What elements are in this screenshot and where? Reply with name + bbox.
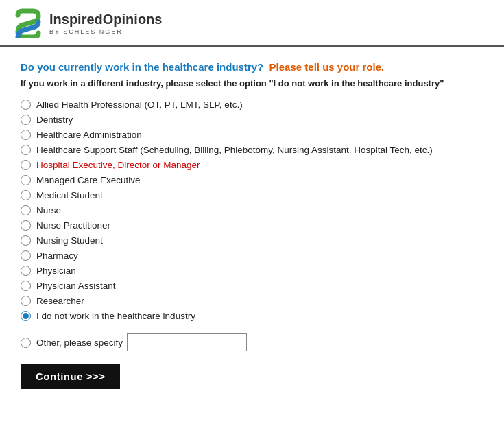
header: InspiredOpinions BY SCHLESINGER <box>0 0 504 47</box>
other-radio[interactable] <box>21 338 31 348</box>
option-label-opt8: Nurse <box>36 205 61 215</box>
option-label-opt6: Managed Care Executive <box>36 175 141 185</box>
list-item: Medical Student <box>21 190 483 200</box>
option-radio-opt1[interactable] <box>21 100 31 110</box>
option-label-opt5: Hospital Executive, Director or Manager <box>36 160 200 170</box>
option-label-opt9: Nurse Practitioner <box>36 220 110 231</box>
list-item: Nursing Student <box>21 235 483 246</box>
list-item: I do not work in the healthcare industry <box>21 311 483 321</box>
option-label-opt13: Physician Assistant <box>36 281 116 291</box>
logo-inspired: InspiredOpinions <box>49 12 162 27</box>
logo-container: InspiredOpinions BY SCHLESINGER <box>12 8 162 38</box>
list-item: Pharmacy <box>21 250 483 261</box>
option-label-opt3: Healthcare Administration <box>36 130 142 140</box>
other-label: Other, please specify <box>36 338 123 348</box>
list-item: Nurse Practitioner <box>21 220 483 231</box>
option-radio-opt12[interactable] <box>21 266 31 276</box>
option-radio-opt15[interactable] <box>21 311 31 321</box>
content-area: Do you currently work in the healthcare … <box>0 47 504 403</box>
list-item: Researcher <box>21 296 483 306</box>
logo-text: InspiredOpinions BY SCHLESINGER <box>49 12 162 35</box>
option-radio-opt6[interactable] <box>21 175 31 185</box>
list-item: Nurse <box>21 205 483 215</box>
option-label-opt12: Physician <box>36 266 76 276</box>
option-label-opt4: Healthcare Support Staff (Scheduling, Bi… <box>36 145 433 155</box>
option-radio-opt5[interactable] <box>21 160 31 170</box>
list-item: Dentistry <box>21 115 483 125</box>
option-radio-opt7[interactable] <box>21 190 31 200</box>
question-title-part1: Do you currently work in the healthcare … <box>21 61 263 73</box>
option-label-opt10: Nursing Student <box>36 235 103 246</box>
sub-instruction: If you work in a different industry, ple… <box>21 78 483 89</box>
question-title-part2: Please tell us your role. <box>269 61 385 73</box>
option-label-opt14: Researcher <box>36 296 84 306</box>
option-label-opt11: Pharmacy <box>36 250 78 261</box>
option-radio-opt9[interactable] <box>21 220 31 231</box>
option-radio-opt14[interactable] <box>21 296 31 306</box>
option-label-opt7: Medical Student <box>36 190 103 200</box>
list-item: Physician <box>21 266 483 276</box>
option-label-opt2: Dentistry <box>36 115 73 125</box>
options-list: Allied Health Professional (OT, PT, LMT,… <box>21 100 483 321</box>
question-title: Do you currently work in the healthcare … <box>21 61 483 73</box>
list-item: Physician Assistant <box>21 281 483 291</box>
logo-sub: BY SCHLESINGER <box>49 28 162 35</box>
continue-button[interactable]: Continue >>> <box>21 364 120 389</box>
logo-name: InspiredOpinions <box>49 12 162 27</box>
option-radio-opt11[interactable] <box>21 250 31 261</box>
option-radio-opt13[interactable] <box>21 281 31 291</box>
list-item: Healthcare Support Staff (Scheduling, Bi… <box>21 145 483 155</box>
other-option-row: Other, please specify <box>21 333 483 351</box>
page-wrapper: InspiredOpinions BY SCHLESINGER Do you c… <box>0 0 504 433</box>
option-radio-opt3[interactable] <box>21 130 31 140</box>
option-label-opt15: I do not work in the healthcare industry <box>36 311 195 321</box>
logo-icon <box>12 8 43 38</box>
option-radio-opt2[interactable] <box>21 115 31 125</box>
option-radio-opt10[interactable] <box>21 235 31 246</box>
list-item: Allied Health Professional (OT, PT, LMT,… <box>21 100 483 110</box>
list-item: Managed Care Executive <box>21 175 483 185</box>
other-text-input[interactable] <box>127 333 247 351</box>
option-radio-opt4[interactable] <box>21 145 31 155</box>
list-item: Healthcare Administration <box>21 130 483 140</box>
option-label-opt1: Allied Health Professional (OT, PT, LMT,… <box>36 100 243 110</box>
option-radio-opt8[interactable] <box>21 205 31 215</box>
list-item: Hospital Executive, Director or Manager <box>21 160 483 170</box>
